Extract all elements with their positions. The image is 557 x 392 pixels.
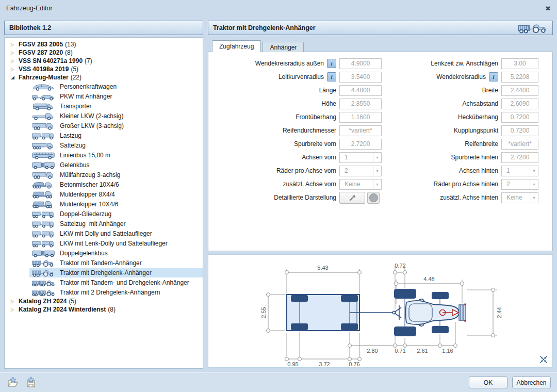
tree-group[interactable]: ▷ VSS SN 640271a 1990 (7) [5,57,203,65]
field-input[interactable]: 2.7200 [339,139,382,150]
tree-item-label: Gelenkbus [60,161,89,169]
field-input[interactable]: 1.1600 [339,112,382,123]
field-select[interactable]: 2 ▾ [501,179,538,190]
tree-group-count: (13) [65,41,76,48]
chevron-down-icon[interactable]: ▾ [530,193,538,203]
editor-header-title: Traktor mit Drehgelenk-Anhänger [213,24,316,31]
field-label: Räder pro Achse hinten [434,181,498,188]
field-input[interactable]: 3.5400 [339,72,382,83]
tree-item[interactable]: Personenkraftwagen [29,81,203,91]
tab-label: Zugfahrzeug [219,43,254,50]
info-icon[interactable]: i [327,72,336,81]
tree-item[interactable]: Traktor mit Tandem- und Drehgelenk-Anhän… [29,277,203,287]
field-select[interactable]: Keine ▾ [339,179,382,190]
tree-item[interactable]: Gelenkbus [29,160,203,170]
tree-group-label: FGSV 283 2005 [19,41,63,48]
chevron-down-icon[interactable]: ▾ [530,166,538,176]
tree-group[interactable]: ◢ Fahrzeug-Muster (22) [5,73,203,81]
tree-expander-icon[interactable]: ▷ [11,51,19,55]
chevron-down-icon[interactable]: ▾ [530,179,538,189]
field-input[interactable]: 2.6090 [501,99,538,109]
form-row: Länge 4.4800 [211,84,382,97]
tree-group-label: FGSV 287 2020 [19,49,63,56]
save-favorite-button[interactable] [24,376,38,389]
ok-button[interactable]: OK [469,377,507,388]
tree-item[interactable]: Transporter [29,101,203,111]
tree-item[interactable]: PKW mit Anhänger [29,91,203,101]
info-icon[interactable]: i [489,72,498,81]
field-input[interactable]: *variiert* [339,125,382,136]
tree-item[interactable]: Muldenkipper 8X4/4 [29,189,203,199]
vehicle-icon [31,219,56,228]
tree-item[interactable]: Sattelzug mit Anhänger [29,219,203,228]
field-input[interactable]: 2.8550 [339,99,382,109]
chevron-down-icon[interactable]: ▾ [373,179,381,189]
tree-item[interactable]: Kleiner LKW (2-achsig) [29,111,203,121]
tree-expander-icon[interactable]: ▷ [11,42,19,47]
tree-group[interactable]: ▷ Katalog ZH 2024 Winterdienst (8) [5,305,203,314]
info-icon[interactable]: i [327,59,336,68]
tree-item[interactable]: Muldenkipper 10X4/6 [29,199,203,209]
tree-item[interactable]: LKW mit Lenk-Dolly und Sattelauflieger [29,238,203,248]
dim-tractor-length: 4.48 [423,276,434,282]
tree-item[interactable]: Sattelzug [29,140,203,150]
tree-expander-icon[interactable]: ▷ [11,67,19,72]
tree-expander-icon[interactable]: ▷ [11,59,19,63]
close-icon[interactable]: ✖ [545,5,551,12]
tree-group[interactable]: ▷ Katalog ZH 2024 (5) [5,297,203,305]
chevron-down-icon[interactable]: ▾ [373,166,381,176]
tree-expander-icon[interactable]: ◢ [11,75,19,80]
form-row: Achsen hinten 1 ▾ [383,164,538,177]
form-row: Räder pro Achse hinten 2 ▾ [383,177,538,191]
field-input[interactable]: 0.7200 [501,112,538,123]
field-input[interactable]: 4.9000 [339,58,382,69]
tab-zugfahrzeug[interactable]: Zugfahrzeug [212,40,261,52]
form-row: Reifenbreite *variiert* [383,137,538,151]
field-label: Kupplungspunkt [454,127,498,134]
tree-item[interactable]: Großer LKW (3-achsig) [29,121,203,130]
tree-expander-icon[interactable]: ▷ [11,299,19,304]
tree-item[interactable]: Lastzug [29,130,203,140]
tree-item[interactable]: Betonmischer 10X4/6 [29,179,203,189]
form-row: Wendekreisradius i 5.2208 [383,70,538,84]
field-label: Achsen hinten [459,167,498,174]
tab-label: Anhänger [270,44,297,51]
field-input[interactable]: 2.4400 [501,85,538,96]
tree-item[interactable]: Müllfahrzeug 3-achsig [29,170,203,179]
cancel-button[interactable]: Abbrechen [512,377,551,388]
tree-expander-icon[interactable]: ▷ [11,307,19,312]
tree-item[interactable]: LKW mit Dolly und Sattelauflieger [29,228,203,238]
tree-group-label: VSS 40198a 2019 [19,66,69,73]
fit-view-icon[interactable] [539,355,548,364]
field-input[interactable]: 5.2208 [501,72,538,83]
tree-item[interactable]: Traktor mit 2 Drehgelenk-Anhängern [29,287,203,297]
tree-group[interactable]: ▷ VSS 40198a 2019 (5) [5,65,203,73]
tree-item[interactable]: Linienbus 15,00 m [29,150,203,160]
color-dot-button[interactable] [367,192,380,204]
chevron-down-icon[interactable]: ▾ [373,153,381,162]
field-select[interactable]: Keine ▾ [501,192,538,203]
tab-anhaenger[interactable]: Anhänger [263,42,304,52]
field-input[interactable]: 0.7200 [501,125,538,136]
field-select[interactable]: 1 ▾ [501,166,538,176]
tree-item[interactable]: Traktor mit Tandem-Anhänger [29,258,203,268]
field-input[interactable]: 3.00 [501,58,538,69]
tree-group[interactable]: ▷ FGSV 287 2020 (8) [5,48,203,57]
field-select[interactable]: 2 ▾ [339,166,382,176]
pipette-button[interactable] [339,192,365,204]
open-favorite-button[interactable] [6,376,20,389]
vehicle-icon [31,268,56,277]
tree-item[interactable]: Traktor mit Drehgelenk-Anhänger [29,268,203,277]
dialog-title: Fahrzeug-Editor [6,5,53,12]
field-input[interactable]: *variiert* [501,139,538,150]
vehicle-icon [31,151,56,159]
tree-item[interactable]: Doppel-Gliederzug [29,209,203,219]
field-input[interactable]: 2.7200 [501,152,538,163]
tree-group[interactable]: ▷ FGSV 283 2005 (13) [5,40,203,48]
field-select[interactable]: 1 ▾ [339,152,382,163]
dim-trailer-rear-overhang: 0.76 [349,361,359,367]
field-input[interactable]: 4.4800 [339,85,382,96]
tree-item[interactable]: Doppelgelenkbus [29,248,203,258]
tree-item-label: Lastzug [60,132,81,139]
field-label: Spurbreite hinten [451,154,498,161]
